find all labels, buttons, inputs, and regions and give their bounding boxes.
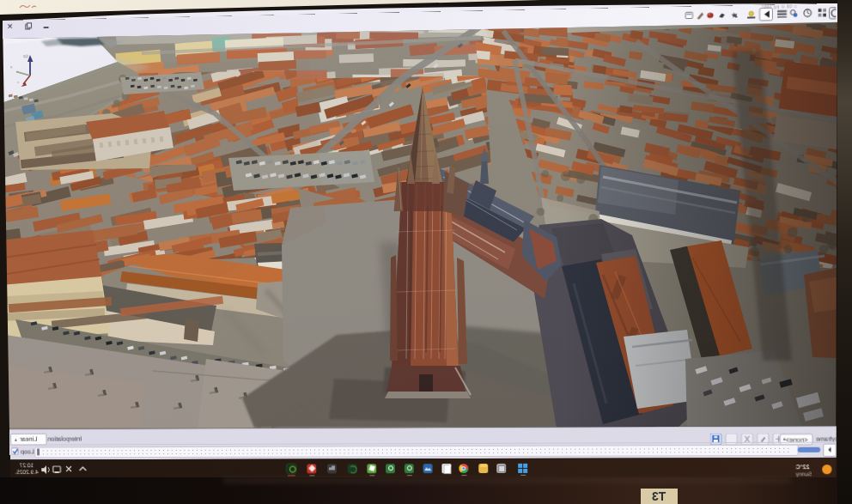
svg-text:▲: ▲ [782, 437, 787, 441]
